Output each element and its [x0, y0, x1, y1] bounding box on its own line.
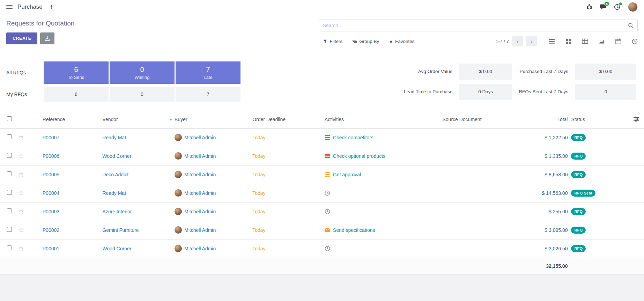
table-row[interactable]: ☆ P00007 Ready Mat Mitchell Admin Today … [0, 128, 644, 147]
export-button[interactable] [40, 32, 54, 44]
apps-menu-icon[interactable] [6, 5, 13, 9]
vendor-link[interactable]: Gemini Furniture [102, 227, 139, 233]
filters-button[interactable]: Filters [323, 39, 342, 44]
favorite-star-icon[interactable]: ☆ [18, 245, 24, 252]
create-button[interactable]: CREATE [6, 32, 37, 44]
table-row[interactable]: ☆ P00004 Ready Mat Mitchell Admin Today … [0, 184, 644, 202]
reference-link[interactable]: P00005 [43, 172, 59, 177]
buyer-link[interactable]: Mitchell Admin [184, 190, 216, 196]
plus-icon[interactable]: + [50, 3, 54, 10]
row-checkbox[interactable] [7, 153, 12, 158]
buyer-link[interactable]: Mitchell Admin [184, 135, 216, 140]
activity-label[interactable]: Get approval [333, 172, 361, 177]
column-header-source-document[interactable]: Source Document [442, 111, 511, 128]
status-badge: RFQ [571, 245, 586, 252]
row-checkbox[interactable] [7, 245, 12, 250]
clock-icon[interactable] [325, 190, 330, 196]
column-header-reference[interactable]: Reference [43, 111, 103, 128]
search-input[interactable] [323, 23, 628, 28]
column-header-buyer[interactable]: Buyer [175, 111, 252, 128]
reference-link[interactable]: P00001 [43, 246, 59, 251]
stat-to-send[interactable]: 6 To Send [44, 61, 109, 84]
clock-icon[interactable] [325, 209, 330, 214]
table-row[interactable]: ☆ P00001 Wood Corner Mitchell Admin Toda… [0, 239, 644, 258]
table-row[interactable]: ☆ P00005 Deco Addict Mitchell Admin Toda… [0, 165, 644, 184]
reference-link[interactable]: P00003 [43, 209, 59, 214]
vendor-link[interactable]: Wood Corner [102, 246, 131, 251]
stat-waiting[interactable]: 0 Waiting [110, 61, 175, 84]
app-menu-purchase[interactable]: Purchase [17, 3, 43, 10]
row-checkbox[interactable] [7, 190, 12, 195]
column-header-order-deadline[interactable]: Order Deadline [252, 111, 325, 128]
tasks-yellow-icon[interactable] [325, 172, 330, 177]
favorite-star-icon[interactable]: ☆ [18, 189, 24, 197]
favorite-star-icon[interactable]: ☆ [18, 171, 24, 178]
favorite-star-icon[interactable]: ☆ [18, 134, 24, 141]
vendor-link[interactable]: Ready Mat [102, 135, 126, 140]
vendor-link[interactable]: Deco Addict [102, 172, 128, 177]
row-checkbox[interactable] [7, 171, 12, 176]
status-badge: RFQ Sent [571, 190, 595, 197]
tasks-red-icon[interactable] [325, 154, 330, 158]
optional-columns-icon[interactable] [633, 116, 639, 122]
systray: 5 [586, 2, 638, 12]
buyer-link[interactable]: Mitchell Admin [184, 153, 216, 159]
favorites-button[interactable]: ★ Favorites [389, 39, 414, 44]
select-all-checkbox[interactable] [7, 116, 12, 121]
user-avatar[interactable] [628, 2, 638, 12]
activity-label[interactable]: Send specifications [333, 227, 375, 233]
column-header-activities[interactable]: Activities [325, 111, 443, 128]
row-checkbox[interactable] [7, 134, 12, 139]
vendor-link[interactable]: Ready Mat [102, 190, 126, 196]
activities-clock-icon[interactable] [614, 4, 620, 10]
column-header-vendor[interactable]: Vendor▾ [102, 111, 175, 128]
source-document-cell [442, 239, 511, 258]
column-header-total[interactable]: Total [511, 111, 571, 128]
pager-previous-button[interactable]: ‹ [512, 36, 523, 46]
kanban-view-icon[interactable] [565, 38, 571, 44]
row-checkbox[interactable] [7, 208, 12, 213]
reference-link[interactable]: P00002 [43, 227, 59, 233]
buyer-avatar [175, 171, 182, 178]
my-to-send[interactable]: 6 [44, 87, 109, 102]
buyer-link[interactable]: Mitchell Admin [184, 209, 216, 214]
kpi-purchased-last-7-days[interactable]: $ 0.00 [575, 64, 636, 80]
row-checkbox[interactable] [7, 227, 12, 232]
pager-next-button[interactable]: › [526, 36, 537, 46]
calendar-view-icon[interactable] [615, 38, 621, 44]
activity-label[interactable]: Check optional products [333, 153, 385, 159]
graph-view-icon[interactable] [599, 38, 605, 44]
buyer-link[interactable]: Mitchell Admin [184, 227, 216, 233]
reference-link[interactable]: P00006 [43, 153, 59, 159]
group-by-button[interactable]: Group By [352, 39, 379, 44]
list-view-icon[interactable] [549, 38, 555, 44]
activity-view-icon[interactable] [632, 38, 638, 44]
bug-icon[interactable] [586, 4, 592, 10]
my-late[interactable]: 7 [176, 87, 240, 102]
table-row[interactable]: ☆ P00006 Wood Corner Mitchell Admin Toda… [0, 147, 644, 165]
my-waiting[interactable]: 0 [110, 87, 175, 102]
reference-link[interactable]: P00004 [43, 190, 59, 196]
reference-link[interactable]: P00007 [43, 135, 59, 140]
buyer-link[interactable]: Mitchell Admin [184, 246, 216, 251]
table-row[interactable]: ☆ P00003 Azure Interior Mitchell Admin T… [0, 202, 644, 221]
search-icon[interactable] [628, 23, 634, 29]
clock-icon[interactable] [325, 246, 330, 251]
kpi-avg-order-value[interactable]: $ 0.00 [459, 64, 512, 80]
favorite-star-icon[interactable]: ☆ [18, 152, 24, 160]
activity-label[interactable]: Check competitors [333, 135, 373, 140]
vendor-link[interactable]: Wood Corner [102, 153, 131, 159]
kpi-lead-time[interactable]: 0 Days [459, 84, 512, 100]
table-row[interactable]: ☆ P00002 Gemini Furniture Mitchell Admin… [0, 221, 644, 239]
column-header-status[interactable]: Status [571, 111, 607, 128]
favorite-star-icon[interactable]: ☆ [18, 226, 24, 234]
tasks-green-icon[interactable] [325, 135, 330, 140]
favorite-star-icon[interactable]: ☆ [18, 208, 24, 215]
stat-late[interactable]: 7 Late [176, 61, 240, 84]
envelope-icon[interactable] [325, 228, 330, 232]
kpi-rfqs-sent[interactable]: 0 [575, 84, 636, 100]
buyer-link[interactable]: Mitchell Admin [184, 172, 216, 177]
messages-icon[interactable]: 5 [600, 4, 606, 10]
pivot-view-icon[interactable] [582, 38, 588, 44]
vendor-link[interactable]: Azure Interior [102, 209, 132, 214]
